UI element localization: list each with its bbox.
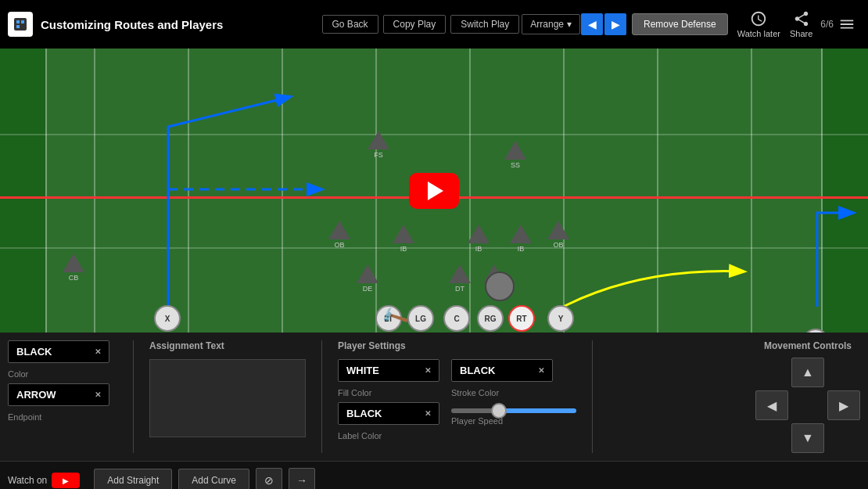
route-settings-section: BLACK Color ARROW Endpoint bbox=[8, 340, 117, 453]
bottom-panel: BLACK Color ARROW Endpoint Assignment Te… bbox=[0, 333, 868, 489]
hash-line-bottom bbox=[0, 247, 868, 249]
endpoint-select[interactable]: ARROW bbox=[8, 383, 109, 406]
menu-button[interactable] bbox=[838, 16, 855, 33]
page-title: Customizing Routes and Players bbox=[41, 18, 320, 31]
move-left-button[interactable]: ◀ bbox=[755, 390, 788, 420]
player-ob1[interactable]: OB bbox=[328, 221, 350, 249]
svg-rect-3 bbox=[16, 25, 20, 28]
yard-line bbox=[657, 49, 658, 333]
switch-play-button[interactable]: Switch Play bbox=[450, 15, 519, 34]
movement-controls-section: Movement Controls ▲ ◀ ▶ ▼ bbox=[755, 340, 860, 453]
play-video-button[interactable] bbox=[409, 173, 459, 209]
player-rt[interactable]: RT bbox=[508, 305, 535, 332]
arrow-right-button[interactable]: → bbox=[289, 468, 315, 489]
player-settings-section: Player Settings WHITE Fill Color BLACK L… bbox=[338, 340, 576, 453]
assignment-text-section: Assignment Text bbox=[149, 340, 306, 453]
label-color-select[interactable]: BLACK bbox=[338, 402, 439, 425]
player-ib3[interactable]: IB bbox=[510, 225, 532, 253]
speed-slider[interactable] bbox=[451, 408, 576, 413]
assignment-textarea[interactable] bbox=[149, 359, 306, 437]
player-ss[interactable]: SS bbox=[504, 141, 526, 169]
next-button[interactable]: ▶ bbox=[604, 13, 626, 35]
player-lg[interactable]: LG bbox=[407, 305, 434, 332]
counter-display: 6/6 bbox=[820, 19, 834, 30]
field: FS SS CB CB OB OB IB IB IB DE bbox=[0, 49, 868, 333]
share-button[interactable]: Share bbox=[790, 10, 812, 38]
go-back-button[interactable]: Go Back bbox=[322, 15, 378, 34]
divider2 bbox=[321, 340, 322, 453]
player-cb-left[interactable]: CB bbox=[63, 253, 84, 282]
remove-defense-button[interactable]: Remove Defense bbox=[632, 13, 728, 35]
player-de[interactable]: DE bbox=[357, 264, 378, 293]
cancel-route-button[interactable]: ⊘ bbox=[256, 468, 282, 489]
svg-rect-1 bbox=[16, 20, 20, 23]
hash-line-top bbox=[0, 134, 868, 135]
player-y[interactable]: Y bbox=[547, 305, 574, 332]
prev-button[interactable]: ◀ bbox=[581, 13, 603, 35]
player-fs[interactable]: FS bbox=[368, 131, 389, 159]
chevron-down-icon: ▾ bbox=[567, 19, 572, 30]
player-ob2[interactable]: OB bbox=[547, 221, 569, 249]
action-bar: Watch on Add Straight Add Curve ⊘ → bbox=[0, 461, 868, 489]
end-zone-left bbox=[0, 49, 47, 333]
stroke-color-select[interactable]: BLACK bbox=[451, 359, 553, 382]
player-ib1[interactable]: IB bbox=[393, 225, 414, 253]
yard-line bbox=[94, 49, 95, 333]
arrange-button[interactable]: Arrange ▾ bbox=[522, 14, 580, 34]
svg-rect-0 bbox=[14, 18, 27, 31]
move-down-button[interactable]: ▼ bbox=[791, 423, 824, 453]
watch-on-youtube: Watch on bbox=[8, 473, 80, 488]
end-zone-right bbox=[821, 49, 868, 333]
fill-color-select[interactable]: WHITE bbox=[338, 359, 439, 382]
top-bar: Customizing Routes and Players Go Back C… bbox=[0, 0, 868, 49]
yard-line bbox=[282, 49, 283, 333]
player-qb[interactable] bbox=[485, 271, 515, 301]
watch-later-button[interactable]: Watch later bbox=[737, 10, 780, 38]
player-rg[interactable]: RG bbox=[477, 305, 504, 332]
speed-container: Player Speed bbox=[451, 408, 576, 427]
color-select[interactable]: BLACK bbox=[8, 340, 109, 363]
player-dt[interactable]: DT bbox=[449, 264, 471, 293]
player-c[interactable]: C bbox=[443, 305, 470, 332]
yard-line bbox=[188, 49, 189, 333]
move-up-button[interactable]: ▲ bbox=[791, 358, 824, 387]
player-ib2[interactable]: IB bbox=[468, 225, 490, 253]
add-straight-button[interactable]: Add Straight bbox=[94, 469, 172, 489]
svg-rect-2 bbox=[21, 20, 24, 23]
copy-play-button[interactable]: Copy Play bbox=[383, 15, 447, 34]
yard-line bbox=[563, 49, 565, 333]
divider3 bbox=[592, 340, 593, 453]
app-logo bbox=[8, 12, 33, 37]
player-x[interactable]: X bbox=[154, 305, 181, 332]
youtube-logo bbox=[52, 473, 80, 488]
move-right-button[interactable]: ▶ bbox=[827, 390, 860, 420]
add-curve-button[interactable]: Add Curve bbox=[178, 469, 249, 489]
divider bbox=[133, 340, 134, 453]
yard-line bbox=[751, 49, 752, 333]
